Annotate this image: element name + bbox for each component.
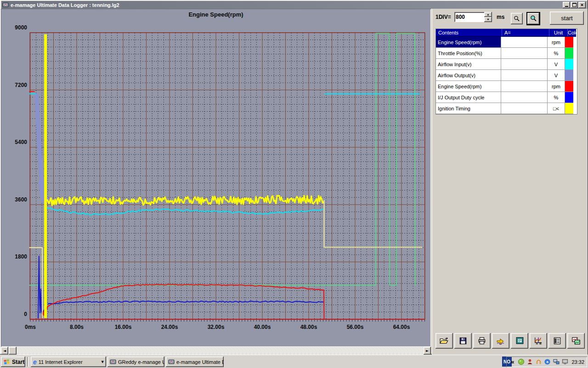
display-settings-icon <box>515 337 524 345</box>
zoom-in-button[interactable] <box>526 12 540 25</box>
save-button[interactable] <box>454 333 472 349</box>
table-row[interactable]: Ignition Timing□< <box>436 103 577 114</box>
channel-color-swatch[interactable] <box>565 92 573 103</box>
taskbar-clock[interactable]: 23:32 <box>571 359 584 365</box>
app-icon <box>110 359 116 365</box>
div-spinner: ▲ ▼ <box>484 12 492 22</box>
svg-text:A: A <box>536 342 538 345</box>
channel-table: ContentsA=UnitColorEngine Speed(rpm)rpmT… <box>435 29 577 115</box>
channel-name-cell[interactable]: Airflow Input(v) <box>436 59 501 70</box>
table-row[interactable]: Throttle Position(%)% <box>436 48 577 59</box>
axis-tick-label: 32.00s <box>208 324 225 330</box>
channel-name-cell[interactable]: I/J Output Duty cycle <box>436 92 501 103</box>
channel-unit-cell: V <box>548 70 565 81</box>
restore-button[interactable] <box>571 2 578 8</box>
spinner-up-button[interactable]: ▲ <box>484 12 492 17</box>
channel-unit-cell: rpm <box>548 81 565 92</box>
column-header[interactable]: Contents <box>436 29 502 37</box>
table-row[interactable]: Engine Speed(rpm)rpm <box>436 81 577 92</box>
close-button[interactable]: ✕ <box>578 2 586 8</box>
print-button[interactable] <box>473 333 491 349</box>
channel-color-swatch[interactable] <box>565 59 573 70</box>
channel-a-cell <box>501 59 548 70</box>
magnifier-icon <box>513 15 520 23</box>
graph-overlay-icon <box>571 337 581 345</box>
axis-tick-label: 64.00s <box>393 324 410 330</box>
app-window: e-mamage Ultimate Data Logger : tenning.… <box>0 0 588 355</box>
channel-color-swatch[interactable] <box>565 37 573 48</box>
table-row[interactable]: Engine Speed(rpm)rpm <box>436 37 577 48</box>
axis-tick-label: 24.00s <box>161 324 178 330</box>
taskbar-button-label: 11 Internet Explorer <box>39 359 83 365</box>
scroll-right-button[interactable]: ► <box>424 347 431 355</box>
column-header[interactable]: Color <box>568 29 576 37</box>
taskbar-button[interactable]: GReddy e-manage Ultim... <box>107 356 164 367</box>
graph-overlay-button[interactable] <box>567 333 585 349</box>
save-icon <box>459 337 467 345</box>
channel-a-cell <box>501 37 548 48</box>
close-icon: ✕ <box>580 3 584 7</box>
scroll-left-button[interactable]: ◄ <box>1 347 8 355</box>
div-input[interactable] <box>454 12 486 22</box>
axis-tick-label: 3600 <box>15 196 27 203</box>
headset-tray-icon[interactable] <box>535 358 543 366</box>
start-menu-button[interactable]: Start <box>1 356 25 367</box>
axis-tick-label: 7200 <box>15 82 27 88</box>
restore-icon <box>572 3 577 7</box>
channel-color-swatch[interactable] <box>565 70 573 81</box>
axis-tick-label: 0 <box>24 311 27 317</box>
channel-color-swatch[interactable] <box>565 48 573 59</box>
channel-unit-cell: % <box>548 92 565 103</box>
tray-chevron-icon[interactable]: « <box>509 358 516 366</box>
display-tray-icon[interactable] <box>561 358 569 366</box>
list-view-button[interactable] <box>548 333 566 349</box>
pc-network-tray-icon[interactable] <box>552 358 560 366</box>
chart-plot: 9000720054003600180000ms8.00s16.00s24.00… <box>1 9 431 347</box>
start-logging-button[interactable]: start <box>550 12 584 25</box>
agent-tray-icon[interactable] <box>526 358 534 366</box>
table-row[interactable]: Airflow Input(v)V <box>436 59 577 70</box>
channel-color-swatch[interactable] <box>565 103 573 114</box>
scrollbar-thumb[interactable] <box>9 347 17 355</box>
channel-color-swatch[interactable] <box>565 81 573 92</box>
sphere-a-tray-icon[interactable]: a <box>543 358 551 366</box>
axis-tick-label: 5400 <box>15 139 27 145</box>
antivirus-tray-icon[interactable] <box>517 358 525 366</box>
chart-panel: 9000720054003600180000ms8.00s16.00s24.00… <box>1 9 431 347</box>
trace-ignition-timing <box>47 196 324 206</box>
scrollbar-track[interactable] <box>8 347 424 355</box>
minimize-icon <box>565 6 568 7</box>
bottom-toolbar: AB <box>432 333 588 351</box>
table-row[interactable]: I/J Output Duty cycle% <box>436 92 577 103</box>
column-header[interactable]: A= <box>502 29 549 37</box>
channel-a-cell <box>501 103 548 114</box>
table-row[interactable]: Airflow Output(v)V <box>436 70 577 81</box>
channel-unit-cell: V <box>548 59 565 70</box>
axis-tick-label: 48.00s <box>300 324 317 330</box>
start-label: Start <box>12 359 24 365</box>
taskbar-button-label: GReddy e-manage Ultim... <box>118 359 164 365</box>
taskbar-button-label: e-mamage Ultimate Dat... <box>176 359 224 365</box>
open-file-button[interactable] <box>435 333 453 349</box>
column-header[interactable]: Unit <box>549 29 568 37</box>
channel-name-cell[interactable]: Airflow Output(v) <box>436 70 501 81</box>
chart-hscrollbar: ◄ ► <box>1 347 431 355</box>
channel-name-cell[interactable]: Throttle Position(%) <box>436 48 501 59</box>
channel-name-cell[interactable]: Engine Speed(rpm) <box>436 81 501 92</box>
channel-a-cell <box>501 81 548 92</box>
taskbar: Start e11 Internet Explorer▼GReddy e-man… <box>0 355 588 368</box>
export-button[interactable] <box>492 333 509 349</box>
minimize-button[interactable] <box>563 2 570 8</box>
graph-compare-icon: AB <box>534 337 543 345</box>
channel-name-cell[interactable]: Engine Speed(rpm) <box>436 37 501 48</box>
taskbar-button[interactable]: e-mamage Ultimate Dat... <box>166 356 224 367</box>
channel-name-cell[interactable]: Ignition Timing <box>436 103 501 114</box>
spinner-down-button[interactable]: ▼ <box>484 17 492 22</box>
display-settings-button[interactable] <box>511 333 528 349</box>
title-bar: e-mamage Ultimate Data Logger : tenning.… <box>1 1 587 9</box>
taskbar-button[interactable]: e11 Internet Explorer▼ <box>31 356 106 367</box>
zoom-out-button[interactable] <box>511 13 523 24</box>
taskbar-divider <box>27 357 29 367</box>
graph-compare-button[interactable]: AB <box>530 333 547 349</box>
magnifier-plus-icon <box>530 15 537 23</box>
